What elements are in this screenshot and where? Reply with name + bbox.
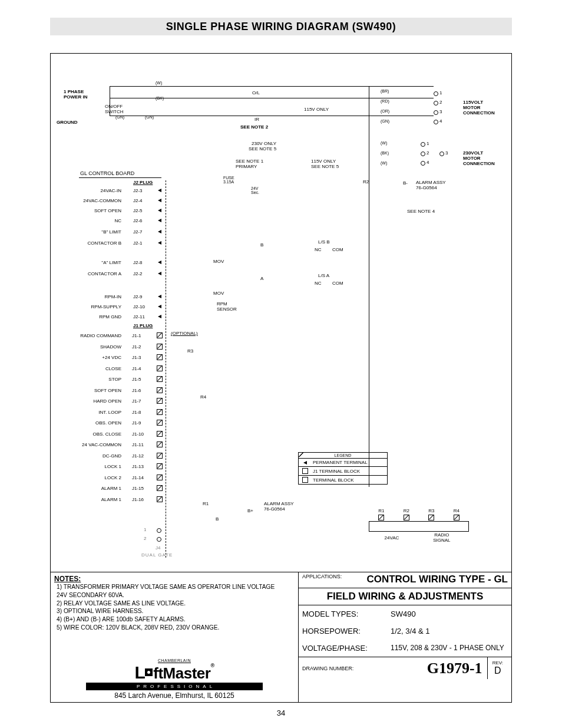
j2-pin: J2-11 — [133, 314, 145, 319]
j1-signal-label: LOCK 2 — [62, 475, 121, 480]
notes-list: 1) TRANSFORMER PRIMARY VOLTAGE SAME AS O… — [51, 583, 298, 632]
note-item: 4) (B+) AND (B-) ARE 100db SAFETY ALARMS… — [57, 615, 295, 624]
j1-pin: J1-14 — [132, 475, 144, 480]
terminal-arrow-icon — [158, 230, 161, 233]
alarm-bot-label: ALARM ASSY 76-G0564 — [264, 501, 294, 512]
glboard-label: GL CONTROL BOARD — [80, 170, 134, 176]
j1-signal-label: SOFT OPEN — [62, 388, 121, 393]
j1plug-label: J1 PLUG — [133, 323, 153, 328]
ground-label: GROUND — [57, 120, 78, 125]
terminal-block-icon — [157, 475, 163, 480]
j2-pin: J2-9 — [133, 294, 143, 299]
rpmsensor-label: RPM SENSOR — [217, 301, 237, 312]
page-number: 34 — [50, 709, 512, 717]
j1-pin: J1-7 — [132, 398, 141, 404]
rev-label: REV: — [492, 660, 503, 666]
j1-pin: J1-4 — [132, 366, 141, 371]
terminal-block-icon — [157, 365, 163, 371]
ol-label: O/L — [252, 90, 260, 95]
j4-label: J4 — [156, 545, 160, 551]
j1-pin: J1-8 — [132, 410, 141, 415]
j1-signal-label: STOP — [62, 377, 121, 382]
terminal-arrow-icon — [158, 315, 161, 318]
applications-value: CONTROL WIRING TYPE - GL — [366, 574, 508, 585]
notes-heading: NOTES: — [51, 572, 298, 583]
j2-signal-label: 24VAC-IN — [68, 188, 121, 193]
note-item: 3) OPTIONAL WIRE HARNESS. — [57, 607, 295, 615]
terminal-block-icon — [157, 376, 163, 382]
seenote2-label: SEE NOTE 2 — [240, 124, 268, 130]
terminal-arrow-icon — [158, 199, 161, 202]
j2-signal-label: 24VAC-COMMON — [68, 198, 121, 203]
j2-signal-label: RPM-SUPPLY — [68, 304, 121, 309]
j1-signal-label: OBS. CLOSE — [62, 431, 121, 437]
dualgate-label: DUAL GATE — [141, 552, 173, 558]
j1-pin: J1-2 — [132, 344, 141, 350]
j1-pin: J1-10 — [132, 431, 144, 437]
hp-value: 1/2, 3/4 & 1 — [391, 627, 430, 635]
terminal-block-icon — [157, 398, 163, 404]
logo-subbrand: CHAMBERLAIN — [51, 658, 298, 663]
j1-pin: J1-11 — [132, 442, 144, 447]
conn115-label: 115VOLT MOTOR CONNECTION — [463, 100, 495, 116]
terminal-arrow-icon — [158, 219, 161, 222]
terminal-block-icon — [157, 387, 163, 393]
j2-signal-label: RPM GND — [68, 314, 121, 319]
j2-signal-label: CONTACTOR B — [68, 241, 121, 246]
j2-pin: J2-5 — [133, 208, 143, 213]
j2-signal-label: "A" LIMIT — [68, 260, 121, 265]
j2-pin: J2-8 — [133, 260, 143, 265]
terminal-arrow-icon — [158, 241, 161, 245]
logo-address: 845 Larch Avenue, Elmhurst, IL 60125 — [51, 691, 298, 700]
bminus-label: B- — [403, 180, 408, 186]
j1-pin: J1-16 — [132, 497, 144, 502]
hp-label: HORSEPOWER: — [302, 627, 391, 635]
j1-pin: J1-6 — [132, 388, 141, 393]
legend-row: TERMINAL BLOCK — [313, 477, 354, 483]
j2-pin: J2-10 — [133, 304, 145, 309]
terminal-block-icon — [157, 431, 163, 437]
lsb-label: L/S B — [318, 239, 330, 245]
j1-signal-label: CLOSE — [62, 366, 121, 371]
j2-pin: J2-3 — [133, 188, 143, 193]
note-item: 24V SECONDARY 60VA. — [57, 591, 295, 599]
terminal-block-icon — [157, 496, 163, 502]
j1-pin: J1-1 — [132, 333, 141, 338]
terminal-arrow-icon — [158, 261, 161, 264]
terminal-arrow-icon — [158, 295, 161, 298]
power-in-label: 1 PHASE POWER IN — [64, 89, 87, 100]
lsa-label: L/S A — [318, 273, 329, 278]
j1-signal-label: SHADOW — [62, 344, 121, 350]
note-item: 1) TRANSFORMER PRIMARY VOLTAGE SAME AS O… — [57, 583, 295, 591]
j2-signal-label: RPM-IN — [68, 294, 121, 299]
terminal-block-icon — [157, 463, 163, 469]
legend-box: LEGEND PERMANENT TERMINAL J1 TERMINAL BL… — [298, 452, 388, 485]
j1-pin: J1-9 — [132, 420, 141, 426]
terminal-block-icon — [157, 442, 163, 447]
terminal-arrow-icon — [158, 305, 161, 308]
alarm-top-label: ALARM ASSY 76-G0564 — [416, 180, 446, 190]
terminal-block-icon — [157, 344, 163, 350]
page-title: SINGLE PHASE WIRING DIAGRAM (SW490) — [50, 18, 512, 35]
j1-signal-label: ALARM 1 — [62, 497, 121, 502]
terminal-arrow-icon — [158, 209, 161, 212]
model-label: MODEL TYPES: — [302, 610, 391, 618]
j2-pin: J2-4 — [133, 198, 143, 203]
xfmr-label: 24V Sec. — [251, 186, 259, 195]
legend-title: LEGEND — [299, 453, 387, 459]
j1-pin: J1-15 — [132, 486, 144, 491]
terminal-block-icon — [157, 332, 163, 338]
terminal-block-icon — [157, 420, 163, 426]
logo-dot-icon — [145, 668, 153, 676]
j1-signal-label: LOCK 1 — [62, 464, 121, 469]
terminal-block-icon — [157, 354, 163, 360]
j2-pin: J2-7 — [133, 229, 143, 235]
j2-signal-label: CONTACTOR A — [68, 271, 121, 276]
note-item: 5) WIRE COLOR: 120V BLACK, 208V RED, 230… — [57, 624, 295, 632]
onoff-label: ON/OFF SWITCH — [105, 104, 124, 114]
r2-label: R2 — [363, 179, 369, 185]
j1-pin: J1-12 — [132, 453, 144, 459]
dwg-number: G1979-1 — [427, 660, 482, 677]
j1-pin: J1-3 — [132, 355, 141, 360]
terminal-arrow-icon — [158, 272, 161, 275]
